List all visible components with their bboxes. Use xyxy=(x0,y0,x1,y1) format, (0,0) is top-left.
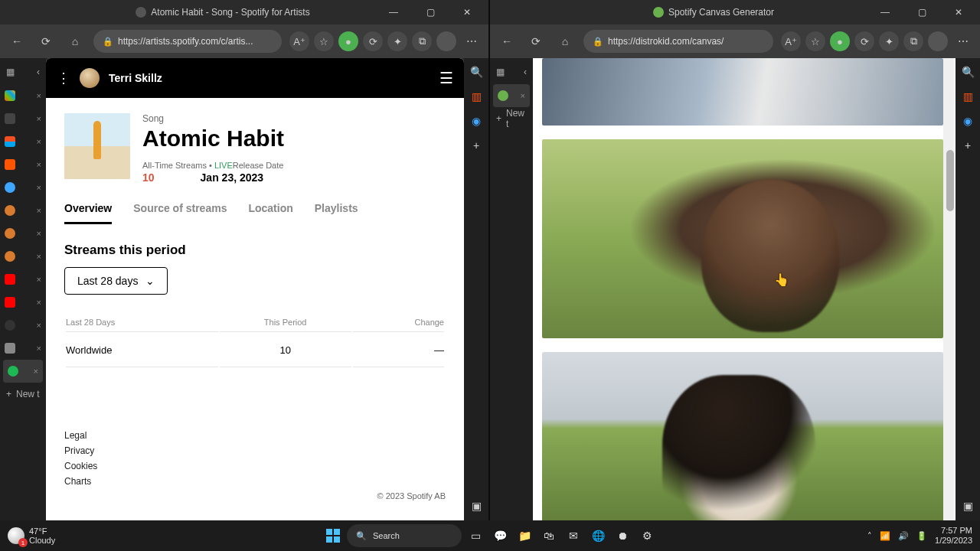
favorite-icon[interactable]: ☆ xyxy=(805,31,825,51)
add-sidebar-icon[interactable]: + xyxy=(469,138,484,153)
ext-star-icon[interactable]: ✦ xyxy=(387,31,407,51)
read-aloud-icon[interactable]: A⁺ xyxy=(289,31,309,51)
new-tab-button[interactable]: +New t xyxy=(0,383,46,406)
address-bar[interactable]: 🔒 https://distrokid.com/canvas/ xyxy=(583,30,773,53)
scrollbar[interactable] xyxy=(943,58,954,544)
outlook-icon[interactable]: ◉ xyxy=(960,113,975,129)
task-view-icon[interactable]: ▭ xyxy=(465,525,486,546)
tab-actions-icon[interactable]: ▦ xyxy=(496,67,505,77)
ext-star-icon[interactable]: ✦ xyxy=(879,31,899,51)
tab-overview[interactable]: Overview xyxy=(64,202,112,224)
dropdown-label: Last 28 days xyxy=(77,275,138,287)
search-icon[interactable]: 🔍 xyxy=(960,64,975,80)
store-icon[interactable]: 🛍 xyxy=(538,525,560,546)
canvas-option-card[interactable] xyxy=(542,352,943,543)
taskbar-search[interactable]: 🔍Search xyxy=(347,524,462,547)
collapse-tabs-icon[interactable]: ‹ xyxy=(524,67,527,77)
start-button[interactable] xyxy=(322,525,344,546)
footer-privacy[interactable]: Privacy xyxy=(64,445,446,456)
obs-icon[interactable]: ⏺ xyxy=(612,525,633,546)
footer-legal[interactable]: Legal xyxy=(64,430,446,441)
vtab-item[interactable]: × xyxy=(0,245,46,268)
maximize-button[interactable]: ▢ xyxy=(906,2,937,23)
weather-icon xyxy=(8,527,24,544)
sidebar-app-icon[interactable]: ▥ xyxy=(960,89,975,104)
back-button[interactable]: ← xyxy=(6,31,28,52)
vtab-item[interactable]: × xyxy=(0,314,46,337)
period-dropdown[interactable]: Last 28 days ⌄ xyxy=(64,267,168,295)
minimize-button[interactable]: — xyxy=(378,2,409,23)
more-menu[interactable]: ⋯ xyxy=(952,31,974,52)
address-bar[interactable]: 🔒 https://artists.spotify.com/c/artis... xyxy=(93,30,282,53)
collections-icon[interactable]: ⧉ xyxy=(412,31,432,51)
canvas-option-card[interactable] xyxy=(542,58,943,126)
footer-charts[interactable]: Charts xyxy=(64,476,446,487)
vtab-item[interactable]: × xyxy=(0,337,46,360)
tab-location[interactable]: Location xyxy=(248,202,292,224)
close-button[interactable]: ✕ xyxy=(452,2,482,23)
vtab-item[interactable]: × xyxy=(0,84,46,107)
vtab-item[interactable]: × xyxy=(0,222,46,245)
more-menu[interactable]: ⋯ xyxy=(461,31,482,52)
back-button[interactable]: ← xyxy=(496,31,518,52)
read-aloud-icon[interactable]: A⁺ xyxy=(781,31,801,51)
refresh-button[interactable]: ⟳ xyxy=(525,31,547,52)
ext-green-icon[interactable]: ● xyxy=(830,31,850,51)
maximize-button[interactable]: ▢ xyxy=(415,2,446,23)
favorite-icon[interactable]: ☆ xyxy=(314,31,334,51)
cell-value: 10 xyxy=(220,334,351,367)
sidebar-app-icon[interactable]: ▥ xyxy=(469,89,484,104)
chat-icon[interactable]: 💬 xyxy=(489,525,511,546)
vtab-item-active[interactable]: × xyxy=(3,360,43,383)
edge-icon[interactable]: 🌐 xyxy=(587,525,609,546)
vtab-item[interactable]: × xyxy=(0,291,46,314)
tab-source[interactable]: Source of streams xyxy=(133,202,227,224)
edit-sidebar-icon[interactable]: ▣ xyxy=(960,498,975,514)
minimize-button[interactable]: — xyxy=(870,2,900,23)
vtab-item[interactable]: × xyxy=(0,176,46,199)
battery-icon[interactable]: 🔋 xyxy=(916,531,927,541)
close-button[interactable]: ✕ xyxy=(943,2,974,23)
volume-icon[interactable]: 🔊 xyxy=(898,531,909,541)
canvas-option-card[interactable] xyxy=(542,139,943,338)
vtab-item[interactable]: × xyxy=(0,268,46,291)
system-clock[interactable]: 7:57 PM 1/29/2023 xyxy=(935,526,972,545)
kebab-menu-icon[interactable]: ⋮ xyxy=(57,70,70,86)
tray-chevron-icon[interactable]: ˄ xyxy=(867,531,872,541)
collections-icon[interactable]: ⧉ xyxy=(903,31,923,51)
weather-widget[interactable]: 47°F Cloudy xyxy=(8,527,55,545)
footer-cookies[interactable]: Cookies xyxy=(64,461,446,471)
profile-avatar[interactable] xyxy=(436,31,456,51)
ext-green-icon[interactable]: ● xyxy=(338,31,358,51)
scrollbar-thumb[interactable] xyxy=(946,150,954,211)
artist-avatar[interactable] xyxy=(80,68,100,88)
vtab-item[interactable]: × xyxy=(0,199,46,222)
refresh-button[interactable]: ⟳ xyxy=(35,31,57,52)
lock-icon: 🔒 xyxy=(103,37,113,47)
file-explorer-icon[interactable]: 📁 xyxy=(514,525,535,546)
vtab-item[interactable]: × xyxy=(0,107,46,130)
ext-sync-icon[interactable]: ⟳ xyxy=(854,31,874,51)
wifi-icon[interactable]: 📶 xyxy=(880,531,890,541)
mail-icon[interactable]: ✉ xyxy=(563,525,584,546)
search-icon[interactable]: 🔍 xyxy=(469,64,484,80)
outlook-icon[interactable]: ◉ xyxy=(469,113,484,129)
collapse-tabs-icon[interactable]: ‹ xyxy=(37,67,40,77)
tab-playlists[interactable]: Playlists xyxy=(315,202,358,224)
vtab-item[interactable]: × xyxy=(0,130,46,153)
new-tab-button[interactable]: +New t xyxy=(490,107,533,130)
stats-tabs: Overview Source of streams Location Play… xyxy=(64,202,446,224)
home-button[interactable]: ⌂ xyxy=(64,31,86,52)
hamburger-menu-icon[interactable]: ☰ xyxy=(439,69,453,87)
album-art xyxy=(64,113,130,179)
ext-sync-icon[interactable]: ⟳ xyxy=(363,31,383,51)
edit-sidebar-icon[interactable]: ▣ xyxy=(469,498,484,514)
vtab-item[interactable]: × xyxy=(0,153,46,176)
live-badge: LIVE xyxy=(214,161,233,170)
add-sidebar-icon[interactable]: + xyxy=(960,138,975,153)
vtab-item-active[interactable]: × xyxy=(493,84,530,107)
settings-icon[interactable]: ⚙ xyxy=(636,525,658,546)
profile-avatar[interactable] xyxy=(928,31,948,51)
tab-actions-icon[interactable]: ▦ xyxy=(6,67,15,77)
home-button[interactable]: ⌂ xyxy=(554,31,576,52)
